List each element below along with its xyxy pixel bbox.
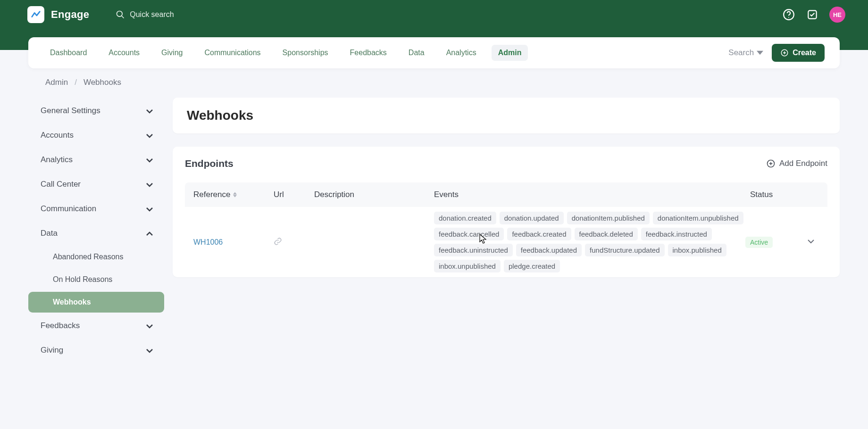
sidebar-item-feedbacks[interactable]: Feedbacks bbox=[28, 314, 164, 337]
sidebar-item-label: Analytics bbox=[41, 155, 73, 165]
create-button[interactable]: Create bbox=[772, 44, 825, 62]
sidebar-item-communication[interactable]: Communication bbox=[28, 198, 164, 220]
sidebar-item-label: Giving bbox=[41, 346, 63, 355]
topbar: Engage Quick search HE bbox=[0, 0, 868, 29]
avatar[interactable]: HE bbox=[829, 7, 845, 23]
sidebar-item-label: General Settings bbox=[41, 106, 100, 116]
chevron-down-icon bbox=[146, 107, 153, 114]
cell-events: donation.createddonation.updateddonation… bbox=[434, 212, 745, 272]
endpoints-card: Endpoints Add Endpoint Reference bbox=[173, 147, 840, 277]
nav-tab-dashboard[interactable]: Dashboard bbox=[43, 45, 93, 61]
cell-reference[interactable]: WH1006 bbox=[193, 238, 274, 247]
event-tag: fundStructure.updated bbox=[585, 244, 664, 256]
breadcrumb: Admin / Webhooks bbox=[28, 68, 840, 87]
table-body: WH1006 donation.createddonation.updatedd… bbox=[185, 207, 827, 277]
event-tag: donation.updated bbox=[500, 212, 564, 224]
sidebar-item-label: Call Center bbox=[41, 180, 81, 189]
create-label: Create bbox=[793, 49, 816, 57]
nav-tab-sponsorships[interactable]: Sponsorships bbox=[276, 45, 335, 61]
sidebar-item-analytics[interactable]: Analytics bbox=[28, 148, 164, 171]
page-title-card: Webhooks bbox=[173, 98, 840, 133]
nav-tab-giving[interactable]: Giving bbox=[155, 45, 189, 61]
chevron-down-icon bbox=[146, 157, 153, 163]
table-row[interactable]: WH1006 donation.createddonation.updatedd… bbox=[185, 207, 823, 277]
help-icon[interactable] bbox=[782, 8, 795, 21]
sidebar-item-data[interactable]: Data bbox=[28, 222, 164, 245]
col-reference[interactable]: Reference bbox=[193, 190, 274, 199]
col-status: Status bbox=[750, 190, 819, 199]
sidebar-subitem-abandoned-reasons[interactable]: Abandoned Reasons bbox=[28, 247, 164, 267]
tasks-icon[interactable] bbox=[806, 8, 819, 21]
sidebar-item-giving[interactable]: Giving bbox=[28, 339, 164, 362]
app-logo[interactable] bbox=[27, 6, 44, 23]
add-endpoint-label: Add Endpoint bbox=[779, 159, 827, 168]
search-dropdown[interactable]: Search bbox=[728, 48, 763, 58]
status-badge: Active bbox=[745, 237, 773, 248]
quick-search[interactable]: Quick search bbox=[116, 10, 174, 19]
sort-icon bbox=[233, 192, 237, 198]
link-icon bbox=[274, 237, 282, 246]
event-tag: feedback.updated bbox=[516, 244, 582, 256]
chevron-down-icon bbox=[146, 181, 153, 188]
brand-name: Engage bbox=[51, 8, 89, 21]
page-title: Webhooks bbox=[187, 108, 826, 123]
section-title: Endpoints bbox=[185, 158, 234, 169]
search-dd-label: Search bbox=[728, 48, 754, 58]
chevron-down-icon bbox=[146, 347, 153, 354]
caret-down-icon bbox=[757, 50, 763, 56]
nav-tab-analytics[interactable]: Analytics bbox=[440, 45, 483, 61]
admin-sidebar: General SettingsAccountsAnalyticsCall Ce… bbox=[28, 98, 164, 363]
plus-circle-icon bbox=[766, 159, 776, 168]
sidebar-item-label: Feedbacks bbox=[41, 321, 80, 330]
event-tag: donation.created bbox=[434, 212, 496, 224]
event-tag: pledge.created bbox=[504, 260, 560, 272]
nav-tab-accounts[interactable]: Accounts bbox=[102, 45, 146, 61]
chevron-down-icon bbox=[146, 132, 153, 139]
sidebar-subitem-webhooks[interactable]: Webhooks bbox=[28, 292, 164, 313]
nav-tab-data[interactable]: Data bbox=[402, 45, 431, 61]
plus-circle-icon bbox=[780, 49, 789, 57]
event-tag: feedback.instructed bbox=[641, 228, 712, 240]
add-endpoint-button[interactable]: Add Endpoint bbox=[766, 159, 827, 168]
event-tag: feedback.cancelled bbox=[434, 228, 504, 240]
svg-line-1 bbox=[122, 16, 124, 18]
event-tag: inbox.published bbox=[668, 244, 726, 256]
col-url: Url bbox=[274, 190, 314, 199]
cell-url[interactable] bbox=[274, 237, 314, 248]
breadcrumb-sep: / bbox=[75, 78, 77, 87]
sidebar-item-label: Data bbox=[41, 229, 58, 238]
event-tag: inbox.unpublished bbox=[434, 260, 501, 272]
nav-tab-feedbacks[interactable]: Feedbacks bbox=[343, 45, 393, 61]
chevron-down-icon bbox=[146, 206, 153, 212]
chevron-down-icon bbox=[146, 322, 153, 329]
sidebar-item-label: Communication bbox=[41, 204, 96, 214]
cell-status: Active bbox=[745, 237, 814, 248]
event-tag: feedback.created bbox=[507, 228, 571, 240]
sidebar-item-general-settings[interactable]: General Settings bbox=[28, 99, 164, 122]
sidebar-item-call-center[interactable]: Call Center bbox=[28, 173, 164, 196]
search-icon bbox=[116, 10, 125, 19]
event-tag: feedback.deleted bbox=[575, 228, 638, 240]
event-tag: donationItem.unpublished bbox=[653, 212, 743, 224]
col-events: Events bbox=[434, 190, 750, 199]
breadcrumb-current: Webhooks bbox=[83, 78, 121, 87]
nav-tab-admin[interactable]: Admin bbox=[492, 45, 528, 61]
sidebar-subitem-on-hold-reasons[interactable]: On Hold Reasons bbox=[28, 269, 164, 290]
table-header: Reference Url Description Events Status bbox=[185, 182, 827, 207]
svg-point-3 bbox=[788, 17, 789, 18]
quick-search-label: Quick search bbox=[130, 10, 174, 19]
sidebar-item-accounts[interactable]: Accounts bbox=[28, 124, 164, 147]
event-tag: donationItem.published bbox=[567, 212, 650, 224]
nav-tab-communications[interactable]: Communications bbox=[198, 45, 267, 61]
breadcrumb-root[interactable]: Admin bbox=[45, 78, 68, 87]
sidebar-item-label: Accounts bbox=[41, 131, 74, 140]
main-nav: DashboardAccountsGivingCommunicationsSpo… bbox=[28, 37, 840, 68]
col-description: Description bbox=[314, 190, 434, 199]
expand-row-icon[interactable] bbox=[808, 238, 814, 247]
chevron-up-icon bbox=[146, 230, 153, 237]
svg-point-0 bbox=[117, 11, 123, 17]
event-tag: feedback.uninstructed bbox=[434, 244, 513, 256]
